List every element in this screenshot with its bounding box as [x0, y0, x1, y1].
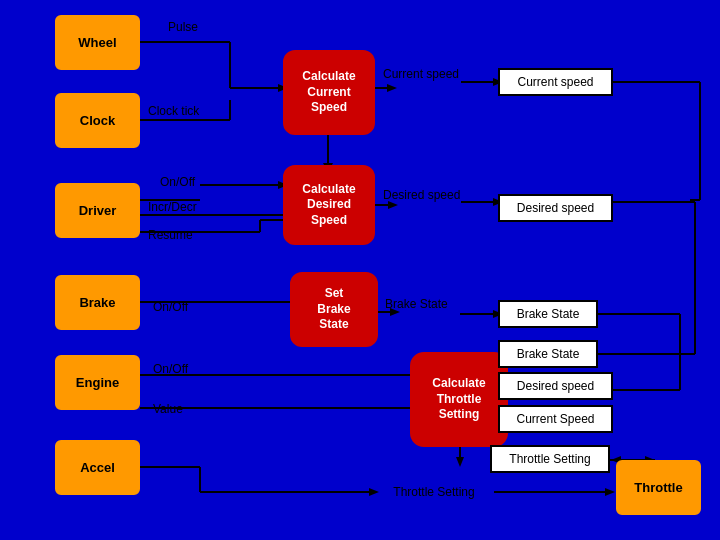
value-label: Value	[153, 402, 183, 416]
calc-throttle-setting-box: CalculateThrottleSetting	[410, 352, 508, 447]
pulse-label: Pulse	[168, 20, 198, 34]
throttle-setting-label: Throttle Setting	[374, 480, 494, 504]
brake-box: Brake	[55, 275, 140, 330]
clock-box: Clock	[55, 93, 140, 148]
current-speed-output-box: Current speed	[498, 68, 613, 96]
set-brake-state-box: SetBrakeState	[290, 272, 378, 347]
svg-marker-25	[388, 201, 398, 209]
clock-tick-label: Clock tick	[148, 104, 199, 118]
on-off-3-label: On/Off	[153, 362, 188, 376]
current-speed-output-box-2: Current Speed	[498, 405, 613, 433]
brake-state-output-box: Brake State	[498, 300, 598, 328]
desired-speed-output-box-2: Desired speed	[498, 372, 613, 400]
engine-box: Engine	[55, 355, 140, 410]
desired-speed-output-box: Desired speed	[498, 194, 613, 222]
resume-label: Resume	[148, 228, 193, 242]
calc-desired-speed-box: CalculateDesiredSpeed	[283, 165, 375, 245]
svg-marker-52	[456, 457, 464, 467]
throttle-box: Throttle	[616, 460, 701, 515]
calc-current-speed-box: CalculateCurrentSpeed	[283, 50, 375, 135]
svg-marker-58	[605, 488, 615, 496]
wheel-box: Wheel	[55, 15, 140, 70]
on-off-1-label: On/Off	[160, 175, 195, 189]
driver-box: Driver	[55, 183, 140, 238]
brake-state-arrow-label: Brake State	[385, 297, 448, 311]
current-speed-arrow-label: Current speed	[383, 67, 459, 81]
brake-state-output-box-2: Brake State	[498, 340, 598, 368]
on-off-2-label: On/Off	[153, 300, 188, 314]
svg-marker-9	[387, 84, 397, 92]
throttle-setting-mid-box: Throttle Setting	[490, 445, 610, 473]
desired-speed-arrow-label: Desired speed	[383, 188, 460, 202]
incr-decr-label: Incr/Decr	[148, 200, 197, 214]
accel-box: Accel	[55, 440, 140, 495]
diagram: Wheel Clock Driver Brake Engine Accel Th…	[0, 0, 720, 540]
